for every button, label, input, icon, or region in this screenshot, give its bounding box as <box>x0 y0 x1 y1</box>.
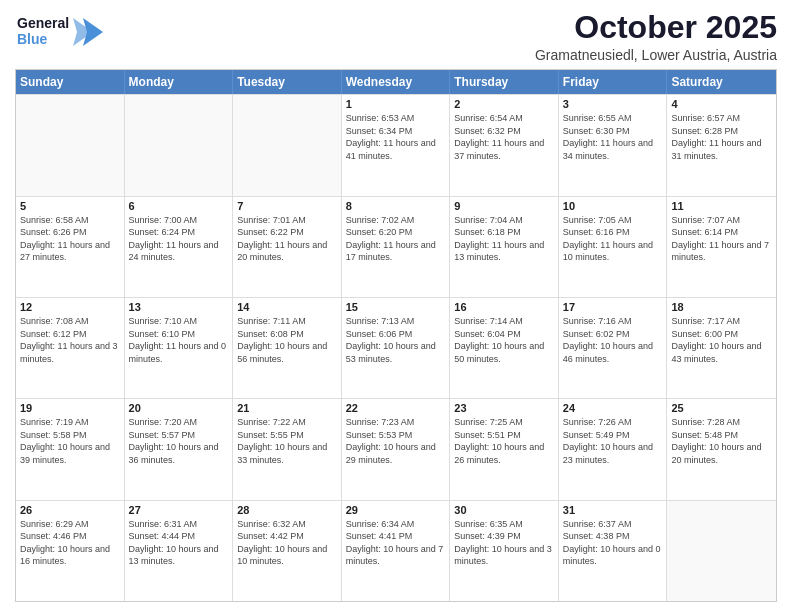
day-number: 23 <box>454 402 554 414</box>
calendar-week-1: 1 Sunrise: 6:53 AMSunset: 6:34 PMDayligh… <box>16 94 776 195</box>
page: General Blue October 2025 Gramatneusiedl… <box>0 0 792 612</box>
calendar-week-3: 12 Sunrise: 7:08 AMSunset: 6:12 PMDaylig… <box>16 297 776 398</box>
day-number: 22 <box>346 402 446 414</box>
calendar-cell-4-7: 25 Sunrise: 7:28 AMSunset: 5:48 PMDaylig… <box>667 399 776 499</box>
title-area: October 2025 Gramatneusiedl, Lower Austr… <box>535 10 777 63</box>
day-number: 2 <box>454 98 554 110</box>
svg-text:Blue: Blue <box>17 31 48 47</box>
day-number: 26 <box>20 504 120 516</box>
day-number: 19 <box>20 402 120 414</box>
calendar-cell-1-1 <box>16 95 125 195</box>
header-sunday: Sunday <box>16 70 125 94</box>
day-number: 14 <box>237 301 337 313</box>
cell-detail: Sunrise: 7:13 AMSunset: 6:06 PMDaylight:… <box>346 315 446 365</box>
cell-detail: Sunrise: 6:35 AMSunset: 4:39 PMDaylight:… <box>454 518 554 568</box>
day-number: 27 <box>129 504 229 516</box>
calendar-cell-5-7 <box>667 501 776 601</box>
cell-detail: Sunrise: 6:57 AMSunset: 6:28 PMDaylight:… <box>671 112 772 162</box>
calendar-cell-4-3: 21 Sunrise: 7:22 AMSunset: 5:55 PMDaylig… <box>233 399 342 499</box>
day-number: 9 <box>454 200 554 212</box>
calendar-cell-5-1: 26 Sunrise: 6:29 AMSunset: 4:46 PMDaylig… <box>16 501 125 601</box>
day-number: 12 <box>20 301 120 313</box>
day-number: 20 <box>129 402 229 414</box>
day-number: 18 <box>671 301 772 313</box>
calendar-week-5: 26 Sunrise: 6:29 AMSunset: 4:46 PMDaylig… <box>16 500 776 601</box>
calendar-cell-3-1: 12 Sunrise: 7:08 AMSunset: 6:12 PMDaylig… <box>16 298 125 398</box>
calendar-cell-5-4: 29 Sunrise: 6:34 AMSunset: 4:41 PMDaylig… <box>342 501 451 601</box>
day-number: 16 <box>454 301 554 313</box>
cell-detail: Sunrise: 7:04 AMSunset: 6:18 PMDaylight:… <box>454 214 554 264</box>
calendar-cell-4-1: 19 Sunrise: 7:19 AMSunset: 5:58 PMDaylig… <box>16 399 125 499</box>
day-number: 29 <box>346 504 446 516</box>
calendar-cell-5-3: 28 Sunrise: 6:32 AMSunset: 4:42 PMDaylig… <box>233 501 342 601</box>
location-subtitle: Gramatneusiedl, Lower Austria, Austria <box>535 47 777 63</box>
calendar-cell-2-7: 11 Sunrise: 7:07 AMSunset: 6:14 PMDaylig… <box>667 197 776 297</box>
month-title: October 2025 <box>535 10 777 45</box>
cell-detail: Sunrise: 7:00 AMSunset: 6:24 PMDaylight:… <box>129 214 229 264</box>
cell-detail: Sunrise: 7:10 AMSunset: 6:10 PMDaylight:… <box>129 315 229 365</box>
cell-detail: Sunrise: 6:31 AMSunset: 4:44 PMDaylight:… <box>129 518 229 568</box>
calendar-cell-3-3: 14 Sunrise: 7:11 AMSunset: 6:08 PMDaylig… <box>233 298 342 398</box>
day-number: 13 <box>129 301 229 313</box>
day-number: 10 <box>563 200 663 212</box>
calendar-cell-1-6: 3 Sunrise: 6:55 AMSunset: 6:30 PMDayligh… <box>559 95 668 195</box>
cell-detail: Sunrise: 6:58 AMSunset: 6:26 PMDaylight:… <box>20 214 120 264</box>
calendar-cell-4-4: 22 Sunrise: 7:23 AMSunset: 5:53 PMDaylig… <box>342 399 451 499</box>
cell-detail: Sunrise: 6:34 AMSunset: 4:41 PMDaylight:… <box>346 518 446 568</box>
calendar-body: 1 Sunrise: 6:53 AMSunset: 6:34 PMDayligh… <box>16 94 776 601</box>
cell-detail: Sunrise: 7:23 AMSunset: 5:53 PMDaylight:… <box>346 416 446 466</box>
calendar-cell-1-3 <box>233 95 342 195</box>
calendar-cell-2-4: 8 Sunrise: 7:02 AMSunset: 6:20 PMDayligh… <box>342 197 451 297</box>
cell-detail: Sunrise: 7:02 AMSunset: 6:20 PMDaylight:… <box>346 214 446 264</box>
calendar-cell-5-2: 27 Sunrise: 6:31 AMSunset: 4:44 PMDaylig… <box>125 501 234 601</box>
cell-detail: Sunrise: 7:16 AMSunset: 6:02 PMDaylight:… <box>563 315 663 365</box>
logo-area: General Blue <box>15 10 105 58</box>
header-wednesday: Wednesday <box>342 70 451 94</box>
calendar-cell-2-1: 5 Sunrise: 6:58 AMSunset: 6:26 PMDayligh… <box>16 197 125 297</box>
cell-detail: Sunrise: 7:19 AMSunset: 5:58 PMDaylight:… <box>20 416 120 466</box>
cell-detail: Sunrise: 7:22 AMSunset: 5:55 PMDaylight:… <box>237 416 337 466</box>
calendar-week-4: 19 Sunrise: 7:19 AMSunset: 5:58 PMDaylig… <box>16 398 776 499</box>
day-number: 6 <box>129 200 229 212</box>
header-tuesday: Tuesday <box>233 70 342 94</box>
day-number: 5 <box>20 200 120 212</box>
cell-detail: Sunrise: 7:14 AMSunset: 6:04 PMDaylight:… <box>454 315 554 365</box>
logo: General Blue <box>15 10 105 58</box>
day-number: 11 <box>671 200 772 212</box>
calendar-header: Sunday Monday Tuesday Wednesday Thursday… <box>16 70 776 94</box>
day-number: 30 <box>454 504 554 516</box>
calendar-cell-3-4: 15 Sunrise: 7:13 AMSunset: 6:06 PMDaylig… <box>342 298 451 398</box>
day-number: 1 <box>346 98 446 110</box>
svg-marker-3 <box>73 18 93 46</box>
cell-detail: Sunrise: 7:17 AMSunset: 6:00 PMDaylight:… <box>671 315 772 365</box>
header-thursday: Thursday <box>450 70 559 94</box>
header-monday: Monday <box>125 70 234 94</box>
calendar-cell-1-4: 1 Sunrise: 6:53 AMSunset: 6:34 PMDayligh… <box>342 95 451 195</box>
calendar-cell-1-5: 2 Sunrise: 6:54 AMSunset: 6:32 PMDayligh… <box>450 95 559 195</box>
header: General Blue October 2025 Gramatneusiedl… <box>15 10 777 63</box>
cell-detail: Sunrise: 7:01 AMSunset: 6:22 PMDaylight:… <box>237 214 337 264</box>
cell-detail: Sunrise: 6:37 AMSunset: 4:38 PMDaylight:… <box>563 518 663 568</box>
day-number: 21 <box>237 402 337 414</box>
calendar-cell-2-3: 7 Sunrise: 7:01 AMSunset: 6:22 PMDayligh… <box>233 197 342 297</box>
calendar-cell-4-6: 24 Sunrise: 7:26 AMSunset: 5:49 PMDaylig… <box>559 399 668 499</box>
calendar-cell-3-7: 18 Sunrise: 7:17 AMSunset: 6:00 PMDaylig… <box>667 298 776 398</box>
header-saturday: Saturday <box>667 70 776 94</box>
day-number: 24 <box>563 402 663 414</box>
calendar-cell-4-5: 23 Sunrise: 7:25 AMSunset: 5:51 PMDaylig… <box>450 399 559 499</box>
calendar-cell-2-6: 10 Sunrise: 7:05 AMSunset: 6:16 PMDaylig… <box>559 197 668 297</box>
calendar-cell-2-5: 9 Sunrise: 7:04 AMSunset: 6:18 PMDayligh… <box>450 197 559 297</box>
calendar: Sunday Monday Tuesday Wednesday Thursday… <box>15 69 777 602</box>
calendar-cell-2-2: 6 Sunrise: 7:00 AMSunset: 6:24 PMDayligh… <box>125 197 234 297</box>
day-number: 17 <box>563 301 663 313</box>
day-number: 7 <box>237 200 337 212</box>
cell-detail: Sunrise: 6:55 AMSunset: 6:30 PMDaylight:… <box>563 112 663 162</box>
calendar-cell-3-2: 13 Sunrise: 7:10 AMSunset: 6:10 PMDaylig… <box>125 298 234 398</box>
calendar-week-2: 5 Sunrise: 6:58 AMSunset: 6:26 PMDayligh… <box>16 196 776 297</box>
day-number: 3 <box>563 98 663 110</box>
calendar-cell-5-6: 31 Sunrise: 6:37 AMSunset: 4:38 PMDaylig… <box>559 501 668 601</box>
cell-detail: Sunrise: 6:53 AMSunset: 6:34 PMDaylight:… <box>346 112 446 162</box>
day-number: 28 <box>237 504 337 516</box>
calendar-cell-4-2: 20 Sunrise: 7:20 AMSunset: 5:57 PMDaylig… <box>125 399 234 499</box>
cell-detail: Sunrise: 7:07 AMSunset: 6:14 PMDaylight:… <box>671 214 772 264</box>
